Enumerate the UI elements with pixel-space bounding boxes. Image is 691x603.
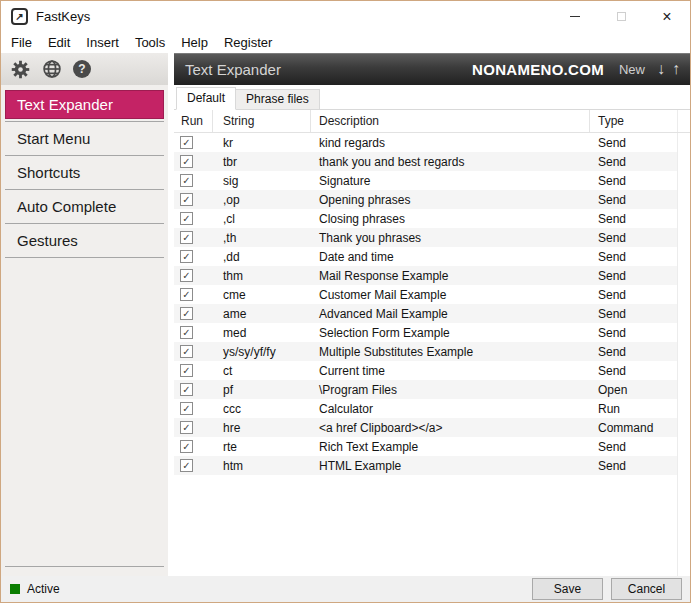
column-header-string[interactable]: String <box>213 110 311 132</box>
run-checkbox[interactable] <box>180 193 193 206</box>
run-cell <box>174 440 213 453</box>
sidebar-item-label[interactable]: Text Expander <box>5 90 164 119</box>
menu-item[interactable]: File <box>3 34 40 51</box>
row-description: Rich Text Example <box>311 440 590 454</box>
table-row[interactable]: cme Customer Mail Example Send <box>174 285 690 304</box>
run-checkbox[interactable] <box>180 345 193 358</box>
run-checkbox[interactable] <box>180 250 193 263</box>
close-button[interactable]: × <box>644 1 690 32</box>
sidebar-item[interactable]: Start Menu <box>5 124 164 156</box>
row-type: Send <box>590 136 677 150</box>
table-row[interactable]: htm HTML Example Send <box>174 456 690 475</box>
download-arrow-icon[interactable]: ↓ <box>657 61 665 77</box>
table-row[interactable]: pf \Program Files Open <box>174 380 690 399</box>
row-description: thank you and best regards <box>311 155 590 169</box>
row-string: pf <box>213 383 311 397</box>
sidebar-item[interactable]: Gestures <box>5 226 164 258</box>
section-title: Text Expander <box>185 61 281 78</box>
row-string: tbr <box>213 155 311 169</box>
divider <box>5 189 164 190</box>
run-checkbox[interactable] <box>180 383 193 396</box>
menu-item[interactable]: Edit <box>40 34 78 51</box>
run-checkbox[interactable] <box>180 269 193 282</box>
sidebar-item[interactable]: Auto Complete <box>5 192 164 224</box>
run-cell <box>174 212 213 225</box>
run-cell <box>174 193 213 206</box>
run-checkbox[interactable] <box>180 307 193 320</box>
row-type: Send <box>590 231 677 245</box>
status-label: Active <box>27 582 60 596</box>
table-row[interactable]: ccc Calculator Run <box>174 399 690 418</box>
row-description: Current time <box>311 364 590 378</box>
row-type: Send <box>590 364 677 378</box>
table-row[interactable]: ys/sy/yf/fy Multiple Substitutes Example… <box>174 342 690 361</box>
sidebar-item-label[interactable]: Start Menu <box>5 124 164 153</box>
minimize-button[interactable] <box>552 1 598 32</box>
row-description: Selection Form Example <box>311 326 590 340</box>
row-string: kr <box>213 136 311 150</box>
row-type: Send <box>590 345 677 359</box>
table-row[interactable]: tbr thank you and best regards Send <box>174 152 690 171</box>
row-type: Send <box>590 155 677 169</box>
sidebar-item-label[interactable]: Gestures <box>5 226 164 255</box>
tab[interactable]: Phrase files <box>236 89 320 109</box>
table-row[interactable]: ,op Opening phrases Send <box>174 190 690 209</box>
main-panel: Default Phrase files Run String Descript… <box>174 85 690 576</box>
table-row[interactable]: ,th Thank you phrases Send <box>174 228 690 247</box>
sidebar-item[interactable]: Text Expander <box>5 90 164 122</box>
column-header-description[interactable]: Description <box>311 110 590 132</box>
run-checkbox[interactable] <box>180 421 193 434</box>
table-row[interactable]: rte Rich Text Example Send <box>174 437 690 456</box>
run-checkbox[interactable] <box>180 326 193 339</box>
globe-icon[interactable] <box>42 59 62 79</box>
help-icon[interactable]: ? <box>73 60 91 78</box>
cancel-button[interactable]: Cancel <box>611 578 682 600</box>
table-row[interactable]: med Selection Form Example Send <box>174 323 690 342</box>
tab[interactable]: Default <box>176 87 236 110</box>
column-header-run[interactable]: Run <box>174 110 213 132</box>
column-header-type[interactable]: Type <box>590 110 677 132</box>
run-cell <box>174 364 213 377</box>
table-row[interactable]: kr kind regards Send <box>174 133 690 152</box>
table-row[interactable]: ,cl Closing phrases Send <box>174 209 690 228</box>
menu-item[interactable]: Insert <box>78 34 127 51</box>
run-checkbox[interactable] <box>180 231 193 244</box>
help-glyph: ? <box>78 63 85 75</box>
settings-gear-icon[interactable] <box>10 59 31 80</box>
row-description: Thank you phrases <box>311 231 590 245</box>
table-row[interactable]: thm Mail Response Example Send <box>174 266 690 285</box>
row-string: ccc <box>213 402 311 416</box>
row-description: Opening phrases <box>311 193 590 207</box>
run-cell <box>174 383 213 396</box>
menu-item[interactable]: Tools <box>127 34 173 51</box>
row-string: sig <box>213 174 311 188</box>
table-row[interactable]: ct Current time Send <box>174 361 690 380</box>
run-checkbox[interactable] <box>180 459 193 472</box>
row-string: ,cl <box>213 212 311 226</box>
save-button[interactable]: Save <box>532 578 603 600</box>
sidebar-item-label[interactable]: Shortcuts <box>5 158 164 187</box>
sidebar-item-label[interactable]: Auto Complete <box>5 192 164 221</box>
new-link[interactable]: New <box>619 62 645 77</box>
run-checkbox[interactable] <box>180 288 193 301</box>
caption-buttons: × <box>552 1 690 32</box>
run-checkbox[interactable] <box>180 440 193 453</box>
run-checkbox[interactable] <box>180 155 193 168</box>
run-checkbox[interactable] <box>180 136 193 149</box>
maximize-icon <box>617 12 626 21</box>
run-checkbox[interactable] <box>180 402 193 415</box>
run-cell <box>174 250 213 263</box>
menu-item[interactable]: Help <box>173 34 216 51</box>
menu-item[interactable]: Register <box>216 34 280 51</box>
run-cell <box>174 155 213 168</box>
table-row[interactable]: ame Advanced Mail Example Send <box>174 304 690 323</box>
table-row[interactable]: sig Signature Send <box>174 171 690 190</box>
table-row[interactable]: ,dd Date and time Send <box>174 247 690 266</box>
run-checkbox[interactable] <box>180 364 193 377</box>
run-checkbox[interactable] <box>180 174 193 187</box>
sidebar-item[interactable]: Shortcuts <box>5 158 164 190</box>
upload-arrow-icon[interactable]: ↑ <box>672 61 680 77</box>
row-description: Signature <box>311 174 590 188</box>
run-checkbox[interactable] <box>180 212 193 225</box>
table-row[interactable]: hre <a href Clipboard></a> Command <box>174 418 690 437</box>
